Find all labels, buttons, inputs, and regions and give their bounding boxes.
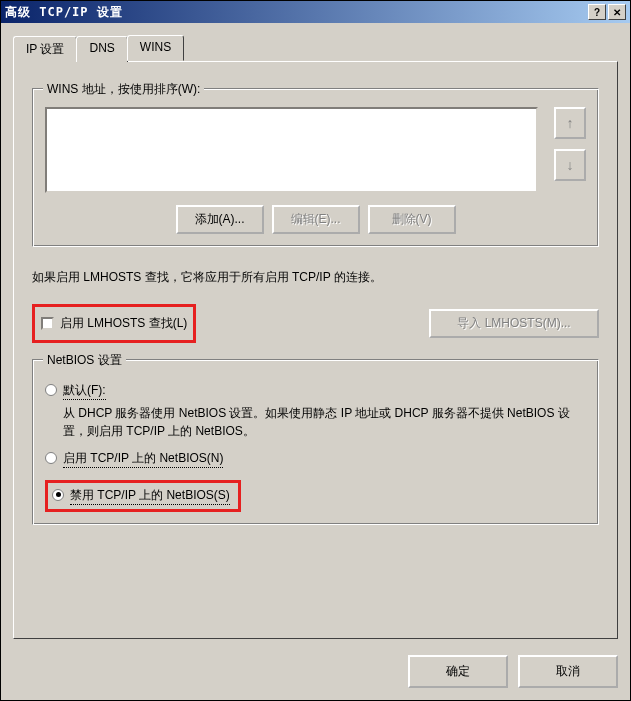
remove-button[interactable]: 删除(V) (368, 205, 456, 234)
wins-address-group: WINS 地址，按使用排序(W): ↑ ↓ 添加(A (32, 88, 599, 247)
cancel-button[interactable]: 取消 (518, 655, 618, 688)
import-lmhosts-button[interactable]: 导入 LMHOSTS(M)... (429, 309, 599, 338)
close-button[interactable]: ✕ (608, 4, 626, 20)
move-down-button[interactable]: ↓ (554, 149, 586, 181)
titlebar: 高级 TCP/IP 设置 ? ✕ (1, 1, 630, 23)
add-button[interactable]: 添加(A)... (176, 205, 264, 234)
arrow-down-icon: ↓ (567, 157, 574, 173)
help-button[interactable]: ? (588, 4, 606, 20)
edit-button-label: 编辑(E)... (291, 212, 341, 226)
enable-lmhosts-label: 启用 LMHOSTS 查找(L) (60, 315, 187, 332)
netbios-group: NetBIOS 设置 默认(F): 从 DHCP 服务器使用 NetBIOS 设… (32, 359, 599, 525)
ok-button-label: 确定 (446, 664, 470, 678)
remove-button-label: 删除(V) (392, 212, 432, 226)
edit-button[interactable]: 编辑(E)... (272, 205, 360, 234)
add-button-label: 添加(A)... (195, 212, 245, 226)
titlebar-buttons: ? ✕ (588, 4, 626, 20)
dialog-window: 高级 TCP/IP 设置 ? ✕ IP 设置 DNS WINS WINS 地址，… (0, 0, 631, 701)
arrow-up-icon: ↑ (567, 115, 574, 131)
netbios-enable-label: 启用 TCP/IP 上的 NetBIOS(N) (63, 450, 223, 468)
netbios-disable-radio[interactable] (52, 489, 64, 501)
window-body: IP 设置 DNS WINS WINS 地址，按使用排序(W): ↑ ↓ (1, 23, 630, 700)
tab-ip-settings[interactable]: IP 设置 (13, 36, 77, 62)
tab-wins[interactable]: WINS (127, 35, 184, 61)
lmhosts-info-text: 如果启用 LMHOSTS 查找，它将应用于所有启用 TCP/IP 的连接。 (32, 269, 599, 286)
import-lmhosts-label: 导入 LMHOSTS(M)... (457, 316, 570, 330)
tab-ip-label: IP 设置 (26, 42, 64, 56)
move-up-button[interactable]: ↑ (554, 107, 586, 139)
tab-content-wins: WINS 地址，按使用排序(W): ↑ ↓ 添加(A (13, 61, 618, 639)
ok-button[interactable]: 确定 (408, 655, 508, 688)
tab-wins-label: WINS (140, 40, 171, 54)
netbios-disable-label: 禁用 TCP/IP 上的 NetBIOS(S) (70, 487, 230, 505)
cancel-button-label: 取消 (556, 664, 580, 678)
dialog-buttons: 确定 取消 (408, 655, 618, 688)
tab-strip: IP 设置 DNS WINS (13, 35, 618, 61)
tab-dns-label: DNS (89, 41, 114, 55)
netbios-enable-radio[interactable] (45, 452, 57, 464)
netbios-default-label: 默认(F): (63, 382, 106, 400)
netbios-default-radio[interactable] (45, 384, 57, 396)
netbios-disable-highlight: 禁用 TCP/IP 上的 NetBIOS(S) (45, 480, 241, 512)
enable-lmhosts-checkbox[interactable] (41, 317, 54, 330)
netbios-default-description: 从 DHCP 服务器使用 NetBIOS 设置。如果使用静态 IP 地址或 DH… (63, 404, 586, 440)
tab-dns[interactable]: DNS (76, 36, 127, 62)
wins-address-listbox[interactable] (45, 107, 538, 193)
window-title: 高级 TCP/IP 设置 (5, 4, 588, 21)
netbios-group-title: NetBIOS 设置 (43, 352, 126, 369)
wins-group-title: WINS 地址，按使用排序(W): (43, 81, 204, 98)
lmhosts-highlight: 启用 LMHOSTS 查找(L) (32, 304, 196, 343)
